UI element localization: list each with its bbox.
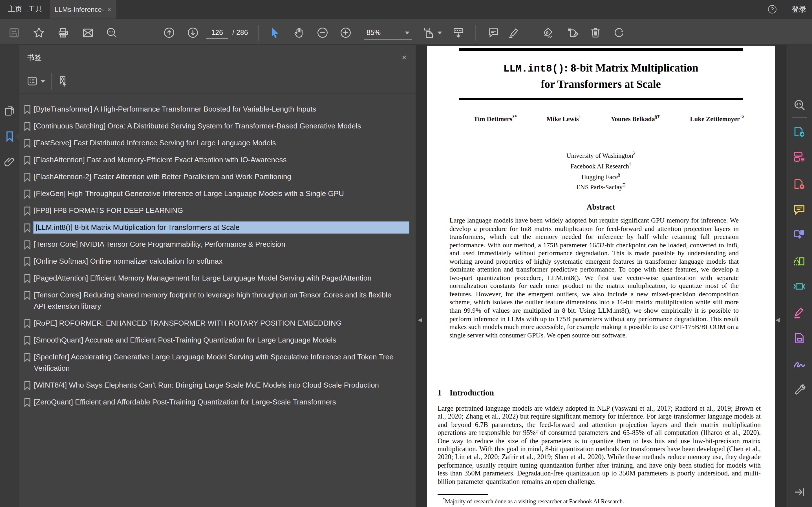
more-tools-button[interactable] (793, 384, 806, 397)
create-pdf-icon (793, 177, 806, 190)
export-pdf-icon (793, 125, 806, 138)
compress-pdf-icon (793, 280, 806, 293)
trash-icon (589, 26, 602, 39)
save-button[interactable] (8, 26, 20, 39)
highlighter-icon (507, 26, 520, 39)
fill-sign-button[interactable] (793, 358, 806, 371)
attachments-button[interactable] (3, 156, 16, 168)
pdf-page[interactable]: LLM.int8(): 8-bit Matrix Multiplication … (427, 46, 775, 507)
bookmark-ribbon-icon (24, 291, 31, 300)
locate-bookmark-icon (56, 79, 69, 89)
bookmark-item[interactable]: [FlexGen] High-Throughput Generative Inf… (19, 185, 416, 202)
page-number-input[interactable]: 126 (206, 27, 228, 39)
footnote: *Majority of research done as a visiting… (443, 497, 761, 504)
protect-pdf-button[interactable] (793, 332, 806, 345)
arrow-down-circle-icon (187, 26, 199, 39)
email-button[interactable] (82, 26, 94, 39)
envelope-icon (82, 26, 94, 39)
menu-tools[interactable]: 工具 (25, 0, 46, 18)
rotate-icon (613, 26, 625, 39)
bookmark-item[interactable]: [ByteTransformer] A High-Performance Tra… (19, 101, 416, 118)
select-tool-button[interactable] (268, 26, 281, 39)
combine-files-button[interactable] (793, 228, 806, 240)
create-pdf-button[interactable] (793, 177, 806, 190)
collapse-right-panel-handle[interactable]: ◀ (776, 317, 780, 323)
help-icon[interactable]: ? (768, 5, 776, 13)
zoom-in-button[interactable] (340, 26, 352, 39)
active-panel-indicator (15, 132, 19, 140)
search-button[interactable] (105, 26, 118, 39)
bookmark-item[interactable]: [Tensor Core] NVIDIA Tensor Core Program… (19, 236, 416, 253)
presentation-mode-button[interactable] (452, 26, 465, 39)
compress-pdf-button[interactable] (793, 280, 806, 293)
comment-button[interactable] (487, 26, 500, 39)
tab-close-icon[interactable]: × (107, 5, 111, 13)
collapse-left-panel-handle[interactable]: ◀ (418, 317, 422, 323)
bookmarks-panel-toolbar (19, 69, 416, 94)
bookmark-ribbon-icon (24, 240, 31, 249)
bookmark-label: [SpecInfer] Accelerating Generative Larg… (34, 351, 398, 374)
hand-tool-button[interactable] (293, 26, 305, 39)
bookmark-item[interactable]: [WINT8/4] Who Says Elephants Can’t Run: … (19, 377, 416, 394)
rotate-button[interactable] (613, 26, 625, 39)
page-total-label: / 286 (232, 27, 248, 39)
comments-icon (793, 203, 806, 216)
fit-page-button[interactable] (422, 26, 435, 39)
edit-pdf-button[interactable] (793, 255, 806, 268)
bookmark-ribbon-icon (24, 223, 31, 233)
comments-tool-button[interactable] (793, 203, 806, 216)
bookmark-item[interactable]: [FastServe] Fast Distributed Inference S… (19, 135, 416, 152)
previous-page-button[interactable] (163, 26, 175, 39)
favorite-button[interactable] (33, 26, 45, 39)
organize-pages-button[interactable] (793, 151, 806, 163)
chevron-down-icon[interactable] (41, 80, 45, 83)
locate-current-bookmark-button[interactable] (56, 75, 69, 87)
menu-home[interactable]: 主页 (4, 0, 26, 18)
export-pdf-button[interactable] (793, 125, 806, 138)
bookmarks-panel: 书签 × [ByteTransformer] A High-Performanc… (19, 45, 416, 507)
bookmark-ribbon-icon (24, 336, 31, 345)
bookmark-item[interactable]: [Tensor Cores] Reducing shared memory fo… (19, 287, 416, 315)
edit-document-button[interactable] (566, 26, 578, 39)
author: Tim Dettmersλ* (474, 114, 517, 122)
bookmark-item-selected[interactable]: [LLM.int8()] 8-bit Matrix Multiplication… (19, 219, 416, 236)
bookmark-item[interactable]: [SpecInfer] Accelerating Generative Larg… (19, 349, 416, 377)
tools-sidebar (785, 45, 812, 507)
bookmark-item[interactable]: [Online Softmax] Online normalizer calcu… (19, 253, 416, 270)
highlight-button[interactable] (507, 26, 520, 39)
bookmark-item[interactable]: [FP8] FP8 FORMATS FOR DEEP LEARNING (19, 202, 416, 219)
bookmarks-panel-button[interactable] (3, 130, 16, 143)
bookmark-options-button[interactable] (26, 75, 38, 87)
sign-button[interactable] (541, 26, 554, 39)
zoom-out-button[interactable] (316, 26, 329, 39)
arrow-up-circle-icon (163, 26, 175, 39)
bookmark-item[interactable]: [RoPE] ROFORMER: ENHANCED TRANSFORMER WI… (19, 315, 416, 332)
bookmark-label: [FlashAttention] Fast and Memory-Efficie… (34, 154, 287, 166)
highlight-tool-button[interactable] (793, 306, 806, 320)
author: Younes Belkada§Ŧ (611, 114, 660, 122)
chevron-down-icon[interactable] (438, 32, 442, 34)
login-button[interactable]: 登录 (792, 0, 806, 18)
footnote-rule (438, 494, 488, 495)
pink-highlighter-icon (793, 306, 806, 320)
close-icon[interactable]: × (402, 45, 407, 69)
next-page-button[interactable] (187, 26, 199, 39)
bookmark-item[interactable]: [PagedAttention] Efficient Memory Manage… (19, 270, 416, 287)
loupe-tool-button[interactable] (793, 99, 806, 112)
page-thumbnails-button[interactable] (3, 105, 16, 117)
cursor-arrow-icon (268, 26, 281, 39)
bookmark-icon (3, 135, 16, 144)
bookmark-item[interactable]: [FlashAttention-2] Faster Attention with… (19, 168, 416, 185)
bookmark-item[interactable]: [ZeroQuant] Efficient and Affordable Pos… (19, 394, 416, 411)
bookmark-label: [LLM.int8()] 8-bit Matrix Multiplication… (34, 222, 409, 233)
bookmark-label: [Online Softmax] Online normalizer calcu… (34, 256, 222, 267)
bookmark-item[interactable]: [FlashAttention] Fast and Memory-Efficie… (19, 152, 416, 168)
bookmark-item[interactable]: [SmoothQuant] Accurate and Efficient Pos… (19, 332, 416, 349)
document-tab[interactable]: LLMs-Inference-P... × (50, 0, 116, 18)
zoom-level-dropdown[interactable]: 85% (364, 26, 412, 40)
save-icon (8, 26, 20, 39)
delete-button[interactable] (589, 26, 602, 39)
print-button[interactable] (57, 26, 69, 39)
expand-panel-button[interactable] (793, 486, 806, 499)
bookmark-item[interactable]: [Continuous Batching] Orca: A Distribute… (19, 118, 416, 135)
